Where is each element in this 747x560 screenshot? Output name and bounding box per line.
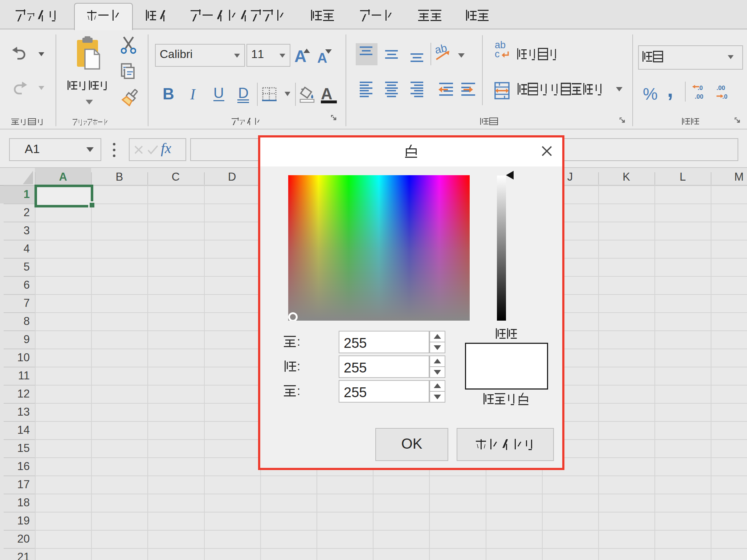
svg-text:.0: .0 xyxy=(698,85,703,91)
svg-text:.00: .00 xyxy=(717,85,725,91)
svg-text:.00: .00 xyxy=(695,93,703,99)
